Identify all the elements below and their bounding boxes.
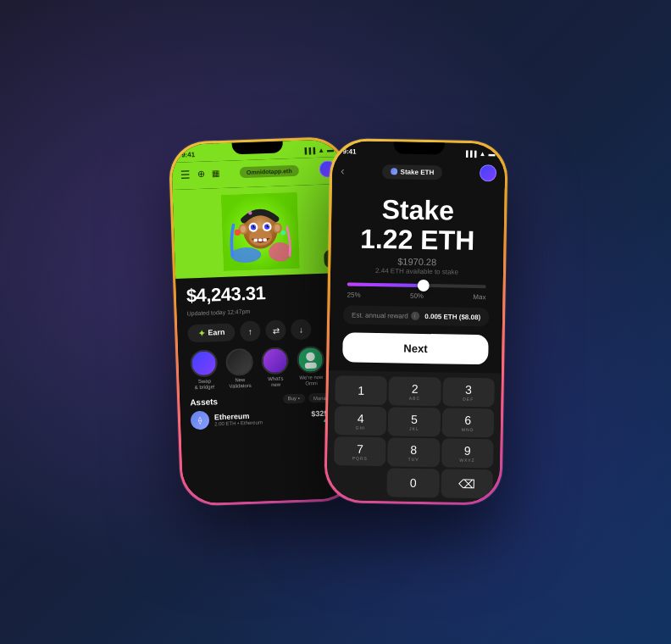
key-8-sub: TUV	[408, 457, 419, 462]
keypad: 1 2 ABC 3 DEF 4 GHI	[326, 370, 502, 502]
stake-title-line1: Stake	[381, 194, 454, 225]
address-pill[interactable]: Omnidotapp.eth	[240, 164, 299, 177]
stake-content: Stake 1.22 ETH $1970.28 2.44 ETH availab…	[329, 186, 505, 374]
carousel-item[interactable]: What'snew	[259, 347, 291, 389]
assets-title: Assets	[190, 397, 218, 408]
key-4[interactable]: 4 GHI	[335, 407, 387, 436]
reward-label: Est. annual reward i	[352, 311, 419, 320]
key-8-main: 8	[410, 444, 417, 456]
reward-label-text: Est. annual reward	[352, 311, 408, 319]
key-5-main: 5	[411, 414, 418, 425]
key-3-main: 3	[465, 384, 472, 396]
key-2-sub: ABC	[409, 396, 420, 401]
slider-labels: 25% 50% Max	[347, 291, 485, 302]
back-button[interactable]: ‹	[341, 164, 345, 177]
right-avatar[interactable]	[480, 164, 496, 181]
carousel-item[interactable]: NewValidators	[224, 348, 256, 391]
svg-rect-14	[258, 238, 263, 242]
slider-50[interactable]: 50%	[410, 292, 424, 300]
next-button[interactable]: Next	[342, 333, 489, 365]
key-2[interactable]: 2 ABC	[389, 377, 441, 407]
eth-dot-icon	[391, 168, 397, 175]
carousel-swap-img	[190, 349, 218, 377]
slider-max[interactable]: Max	[473, 293, 485, 301]
stake-available: 2.44 ETH available to stake	[344, 267, 490, 277]
right-notch	[393, 142, 444, 154]
reward-value: 0.005 ETH ($8.08)	[424, 313, 480, 321]
menu-icon[interactable]: ☰	[180, 168, 191, 180]
globe-icon[interactable]: ⊕	[197, 168, 205, 179]
carousel-omni-label: We're nowOmni	[299, 375, 324, 387]
key-3[interactable]: 3 DEF	[442, 378, 495, 408]
carousel-row: Swap& bridge! NewValidators What'snew	[188, 345, 342, 391]
eth-icon: ⟠	[191, 411, 210, 430]
left-wifi-icon: ▲	[318, 147, 324, 154]
phones-container: 9:41 ▐▐▐ ▲ ▬ ☰ ⊕ ▦ Omnidotapp.eth	[158, 140, 513, 504]
key-5[interactable]: 5 JKL	[388, 408, 441, 437]
key-6-main: 6	[464, 414, 471, 426]
carousel-validators-label: NewValidators	[229, 377, 252, 390]
key-7-sub: PQRS	[352, 455, 368, 460]
send-button[interactable]: ↑	[240, 320, 261, 341]
slider-fill	[347, 283, 424, 288]
right-battery-icon: ▬	[488, 150, 495, 158]
right-signal-icon: ▐▐▐	[464, 151, 477, 157]
receive-icon: ↓	[299, 325, 303, 334]
reward-row: Est. annual reward i 0.005 ETH ($8.08)	[343, 306, 489, 327]
stake-title-line2: 1.22 ETH	[360, 224, 475, 256]
nft-banner: ⊞	[173, 184, 349, 279]
slider-container: 25% 50% Max	[343, 283, 489, 302]
slider-thumb[interactable]	[418, 280, 430, 291]
left-time: 9:41	[181, 151, 195, 159]
assets-header: Assets Buy ▪ Manage ✦	[190, 392, 342, 407]
right-status-icons: ▐▐▐ ▲ ▬	[464, 150, 496, 158]
asset-row-ethereum[interactable]: ⟠ Ethereum 2.00 ETH • Ethereum $3257.94 …	[191, 406, 344, 430]
earn-button[interactable]: ✦ Earn	[187, 323, 236, 342]
send-icon: ↑	[248, 326, 252, 336]
left-signal-icon: ▐▐▐	[302, 147, 315, 154]
earn-icon: ✦	[197, 328, 204, 337]
left-notch	[232, 141, 283, 154]
nft-monkey-art	[221, 192, 300, 270]
image-icon[interactable]: ▦	[212, 169, 219, 178]
left-status-icons: ▐▐▐ ▲ ▬	[302, 146, 334, 154]
key-8[interactable]: 8 TUV	[387, 438, 440, 468]
carousel-item[interactable]: Swap& bridge!	[188, 349, 220, 391]
key-6[interactable]: 6 MNO	[441, 408, 494, 438]
key-backspace[interactable]: ⌫	[441, 469, 493, 499]
key-1[interactable]: 1	[335, 376, 387, 406]
buy-button[interactable]: Buy ▪	[283, 394, 306, 404]
carousel-swap-label: Swap& bridge!	[194, 378, 215, 391]
balance-amount: $4,243.31	[186, 280, 339, 307]
carousel-whatsnew-img	[261, 347, 289, 375]
key-backspace-icon: ⌫	[458, 478, 475, 490]
slider-track[interactable]	[347, 283, 486, 289]
key-0-main: 0	[410, 477, 417, 489]
svg-rect-13	[253, 238, 258, 242]
key-0[interactable]: 0	[387, 469, 440, 498]
left-nav-icons: ☰ ⊕ ▦	[180, 167, 219, 181]
key-7[interactable]: 7 PQRS	[334, 437, 386, 467]
carousel-item[interactable]: We're nowOmni	[295, 346, 327, 388]
key-9[interactable]: 9 WXYZ	[441, 439, 494, 469]
carousel-validators-img	[225, 348, 253, 376]
asset-info: Ethereum 2.00 ETH • Ethereum	[214, 410, 307, 427]
assets-section: Assets Buy ▪ Manage ✦ ⟠ Ethereum 2.00 ET…	[190, 392, 343, 430]
receive-button[interactable]: ↓	[291, 319, 312, 340]
stake-label: Stake ETH	[401, 168, 435, 176]
key-6-sub: MNO	[462, 427, 474, 432]
earn-label: Earn	[208, 328, 225, 337]
key-4-main: 4	[358, 413, 364, 425]
carousel-whatsnew-label: What'snew	[268, 376, 284, 389]
slider-25[interactable]: 25%	[347, 291, 360, 299]
carousel-omni-img	[297, 346, 324, 374]
balance-updated: Updated today 12:47pm	[186, 305, 339, 316]
right-wifi-icon: ▲	[479, 150, 485, 158]
key-empty	[333, 468, 385, 497]
right-nav: ‹ Stake ETH	[332, 158, 506, 189]
key-7-main: 7	[357, 443, 363, 455]
info-icon[interactable]: i	[411, 312, 419, 320]
key-9-main: 9	[464, 445, 471, 457]
swap-button[interactable]: ⇄	[265, 319, 286, 341]
key-2-main: 2	[412, 383, 419, 395]
